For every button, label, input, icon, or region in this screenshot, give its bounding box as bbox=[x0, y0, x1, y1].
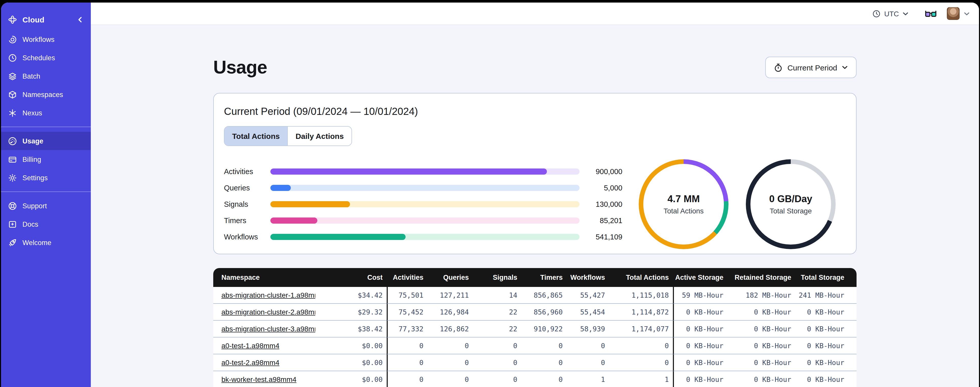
namespace-link[interactable]: abs-migration-cluster-3.a98mm4 bbox=[221, 325, 315, 333]
sidebar-item-welcome[interactable]: Welcome bbox=[1, 233, 91, 252]
total-actions-donut: 4.7 MMTotal Actions bbox=[639, 159, 729, 249]
namespace-link[interactable]: a0-test-1.a98mm4 bbox=[221, 342, 279, 350]
chevron-down-icon bbox=[842, 65, 848, 70]
top-bar: UTC bbox=[91, 3, 979, 25]
table-row: abs-migration-cluster-3.a98mm4$38.4277,3… bbox=[213, 321, 856, 337]
cell-total-actions: 1,115,018 bbox=[609, 287, 673, 304]
column-header-queries: Queries bbox=[428, 268, 473, 287]
bar-value: 5,000 bbox=[579, 184, 622, 192]
table-row: a0-test-2.a98mm4$0.000000000 KB-Hour0 KB… bbox=[213, 354, 856, 371]
bar-track bbox=[270, 201, 579, 207]
donut-label: Total Actions bbox=[663, 207, 703, 215]
sidebar-item-support[interactable]: Support bbox=[1, 197, 91, 215]
column-header-activities: Activities bbox=[387, 268, 428, 287]
total-storage-donut: 0 GB/DayTotal Storage bbox=[746, 159, 836, 249]
main-area: UTC Usage Current Peri bbox=[91, 3, 979, 387]
cell-workflows: 55,454 bbox=[567, 304, 609, 321]
cell-queries: 127,211 bbox=[428, 287, 473, 304]
cell-cost: $34.42 bbox=[315, 287, 387, 304]
feedback-glasses-button[interactable] bbox=[925, 10, 937, 18]
sidebar-item-label: Settings bbox=[22, 174, 48, 182]
sidebar-item-label: Batch bbox=[22, 72, 40, 80]
account-menu[interactable] bbox=[947, 7, 970, 20]
sidebar-item-nexus[interactable]: Nexus bbox=[1, 104, 91, 122]
timezone-selector[interactable]: UTC bbox=[872, 10, 908, 18]
bar-value: 130,000 bbox=[579, 200, 622, 208]
bar-fill bbox=[270, 168, 547, 174]
cell-workflows: 1 bbox=[567, 371, 609, 387]
page-content: Usage Current Period Current Period (09/… bbox=[91, 25, 979, 387]
batch-icon bbox=[8, 72, 17, 80]
cell-active-storage: 0 KB-Hour bbox=[673, 337, 727, 354]
usage-bar-row-queries: Queries5,000 bbox=[224, 180, 622, 196]
namespace-link[interactable]: bk-worker-test.a98mm4 bbox=[221, 375, 296, 384]
sidebar-item-namespaces[interactable]: Namespaces bbox=[1, 85, 91, 104]
column-header-retained-storage: Retained Storage bbox=[727, 268, 795, 287]
cell-active-storage: 0 KB-Hour bbox=[673, 371, 727, 387]
sidebar-collapse-button[interactable] bbox=[77, 16, 84, 23]
namespace-link[interactable]: abs-migration-cluster-1.a98mm4 bbox=[221, 291, 315, 299]
cell-queries: 126,984 bbox=[428, 304, 473, 321]
sidebar-item-usage[interactable]: Usage bbox=[1, 132, 91, 150]
cell-signals: 22 bbox=[473, 304, 521, 321]
namespace-link[interactable]: a0-test-2.a98mm4 bbox=[221, 358, 279, 366]
column-header-signals: Signals bbox=[473, 268, 521, 287]
period-selector-button[interactable]: Current Period bbox=[765, 57, 856, 78]
cell-retained-storage: 0 KB-Hour bbox=[727, 371, 795, 387]
cell-timers: 856,960 bbox=[521, 304, 567, 321]
cell-total-actions: 1,114,872 bbox=[609, 304, 673, 321]
sidebar-item-label: Usage bbox=[22, 137, 43, 145]
cell-cost: $38.42 bbox=[315, 321, 387, 337]
sidebar-item-label: Nexus bbox=[22, 109, 42, 117]
sidebar-item-cloud[interactable]: Cloud bbox=[1, 10, 91, 29]
cell-namespace: abs-migration-cluster-2.a98mm4 bbox=[213, 304, 315, 321]
donut-value: 0 GB/Day bbox=[769, 194, 812, 205]
cell-workflows: 0 bbox=[567, 354, 609, 371]
workflows-icon bbox=[8, 35, 17, 44]
sidebar-item-label: Support bbox=[22, 202, 47, 209]
cell-namespace: a0-test-1.a98mm4 bbox=[213, 337, 315, 354]
cell-signals: 0 bbox=[473, 354, 521, 371]
table-row: bk-worker-test.a98mm4$0.000000110 KB-Hou… bbox=[213, 371, 856, 387]
cell-activities: 75,501 bbox=[387, 287, 428, 304]
cell-total-storage: 0 KB-Hour bbox=[795, 337, 856, 354]
sidebar-item-workflows[interactable]: Workflows bbox=[1, 30, 91, 48]
table-header-row: NamespaceCostActivitiesQueriesSignalsTim… bbox=[213, 268, 856, 287]
sidebar-item-label: Billing bbox=[22, 155, 41, 163]
sidebar-item-label: Workflows bbox=[22, 35, 54, 43]
namespace-link[interactable]: abs-migration-cluster-2.a98mm4 bbox=[221, 308, 315, 316]
action-bars-chart: Activities900,000Queries5,000Signals130,… bbox=[224, 163, 622, 245]
nexus-icon bbox=[8, 109, 17, 117]
sidebar-item-settings[interactable]: Settings bbox=[1, 168, 91, 187]
sidebar-item-label: Welcome bbox=[22, 239, 51, 246]
bar-fill bbox=[270, 234, 406, 240]
page-title: Usage bbox=[213, 57, 267, 78]
tab-total-actions[interactable]: Total Actions bbox=[224, 126, 288, 146]
table-row: abs-migration-cluster-2.a98mm4$29.3275,4… bbox=[213, 304, 856, 321]
usage-bar-row-activities: Activities900,000 bbox=[224, 163, 622, 180]
cell-signals: 14 bbox=[473, 287, 521, 304]
avatar bbox=[947, 7, 959, 20]
column-header-cost: Cost bbox=[315, 268, 387, 287]
sidebar-item-billing[interactable]: Billing bbox=[1, 150, 91, 168]
cell-cost: $0.00 bbox=[315, 337, 387, 354]
table-row: a0-test-1.a98mm4$0.000000000 KB-Hour0 KB… bbox=[213, 337, 856, 354]
bar-track bbox=[270, 168, 579, 174]
cell-timers: 910,922 bbox=[521, 321, 567, 337]
sidebar-item-docs[interactable]: Docs bbox=[1, 215, 91, 233]
cell-retained-storage: 0 KB-Hour bbox=[727, 321, 795, 337]
tab-daily-actions[interactable]: Daily Actions bbox=[288, 126, 352, 146]
sidebar-item-label: Docs bbox=[22, 220, 38, 228]
cell-workflows: 55,427 bbox=[567, 287, 609, 304]
cell-active-storage: 0 KB-Hour bbox=[673, 354, 727, 371]
cell-signals: 22 bbox=[473, 321, 521, 337]
cell-activities: 75,452 bbox=[387, 304, 428, 321]
donut-charts: 4.7 MMTotal Actions0 GB/DayTotal Storage bbox=[639, 159, 836, 249]
sidebar-item-schedules[interactable]: Schedules bbox=[1, 48, 91, 67]
sidebar-item-label: Schedules bbox=[22, 54, 55, 62]
bar-value: 900,000 bbox=[579, 168, 622, 176]
cell-queries: 0 bbox=[428, 354, 473, 371]
cell-total-actions: 1 bbox=[609, 371, 673, 387]
usage-icon bbox=[8, 137, 17, 145]
sidebar-item-batch[interactable]: Batch bbox=[1, 67, 91, 85]
